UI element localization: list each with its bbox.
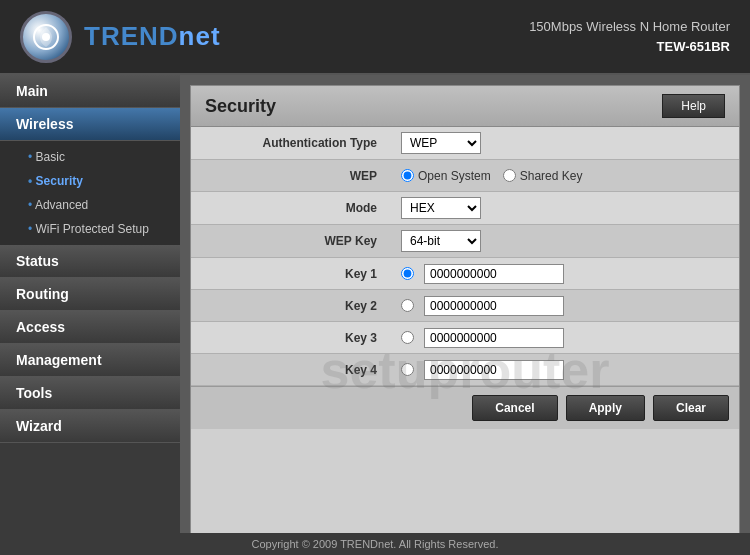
- key4-control: [391, 355, 739, 385]
- copyright: Copyright © 2009 TRENDnet. All Rights Re…: [0, 533, 750, 555]
- key1-row: Key 1: [191, 258, 739, 290]
- wep-key-select[interactable]: 64-bit 128-bit: [401, 230, 481, 252]
- svg-point-1: [42, 33, 50, 41]
- key1-label: Key 1: [191, 262, 391, 286]
- page-title: Security: [205, 96, 276, 117]
- help-button[interactable]: Help: [662, 94, 725, 118]
- key1-radio[interactable]: [401, 267, 414, 280]
- content-header: Security Help: [191, 86, 739, 127]
- auth-type-label: Authentication Type: [191, 131, 391, 155]
- sidebar-item-routing[interactable]: Routing: [0, 278, 180, 311]
- key4-row: Key 4: [191, 354, 739, 386]
- key1-control: [391, 259, 739, 289]
- sidebar-subitem-advanced[interactable]: Advanced: [0, 193, 180, 217]
- mode-label: Mode: [191, 196, 391, 220]
- key3-radio[interactable]: [401, 331, 414, 344]
- key2-label: Key 2: [191, 294, 391, 318]
- sidebar-item-access[interactable]: Access: [0, 311, 180, 344]
- wireless-submenu: Basic Security Advanced WiFi Protected S…: [0, 141, 180, 245]
- security-form: Authentication Type WEP WPA WPA2 Disable…: [191, 127, 739, 386]
- button-row: Cancel Apply Clear: [191, 386, 739, 429]
- key4-radio[interactable]: [401, 363, 414, 376]
- sidebar-item-wizard[interactable]: Wizard: [0, 410, 180, 443]
- content-inner: Security Help Authentication Type WEP WP…: [190, 85, 740, 545]
- wep-control: Open System Shared Key: [391, 164, 739, 188]
- logo-icon: [20, 11, 72, 63]
- key3-label: Key 3: [191, 326, 391, 350]
- wep-key-control: 64-bit 128-bit: [391, 225, 739, 257]
- key2-radio[interactable]: [401, 299, 414, 312]
- wep-key-label: WEP Key: [191, 229, 391, 253]
- key4-label: Key 4: [191, 358, 391, 382]
- wep-key-row: WEP Key 64-bit 128-bit: [191, 225, 739, 258]
- key2-control: [391, 291, 739, 321]
- key1-input[interactable]: [424, 264, 564, 284]
- sidebar-item-status[interactable]: Status: [0, 245, 180, 278]
- product-info: 150Mbps Wireless N Home Router TEW-651BR: [529, 17, 730, 56]
- shared-key-radio[interactable]: [503, 169, 516, 182]
- sidebar-item-wireless[interactable]: Wireless: [0, 108, 180, 141]
- key3-input[interactable]: [424, 328, 564, 348]
- clear-button[interactable]: Clear: [653, 395, 729, 421]
- key2-input[interactable]: [424, 296, 564, 316]
- sidebar-subitem-basic[interactable]: Basic: [0, 145, 180, 169]
- sidebar-item-tools[interactable]: Tools: [0, 377, 180, 410]
- header: TRENDnet 150Mbps Wireless N Home Router …: [0, 0, 750, 75]
- mode-control: HEX ASCII: [391, 192, 739, 224]
- key4-input[interactable]: [424, 360, 564, 380]
- open-system-label[interactable]: Open System: [401, 169, 491, 183]
- apply-button[interactable]: Apply: [566, 395, 645, 421]
- open-system-radio[interactable]: [401, 169, 414, 182]
- auth-type-select[interactable]: WEP WPA WPA2 Disabled: [401, 132, 481, 154]
- brand-name: TRENDnet: [84, 21, 221, 52]
- logo-area: TRENDnet: [20, 11, 221, 63]
- main-content: Security Help Authentication Type WEP WP…: [180, 75, 750, 555]
- wep-label: WEP: [191, 164, 391, 188]
- sidebar-subitem-security[interactable]: Security: [0, 169, 180, 193]
- layout: Main Wireless Basic Security Advanced Wi…: [0, 75, 750, 555]
- sidebar-item-main[interactable]: Main: [0, 75, 180, 108]
- auth-type-control: WEP WPA WPA2 Disabled: [391, 127, 739, 159]
- model-number: TEW-651BR: [529, 37, 730, 57]
- product-name: 150Mbps Wireless N Home Router: [529, 17, 730, 37]
- auth-type-row: Authentication Type WEP WPA WPA2 Disable…: [191, 127, 739, 160]
- key3-control: [391, 323, 739, 353]
- key3-row: Key 3: [191, 322, 739, 354]
- sidebar-subitem-wifi-setup[interactable]: WiFi Protected Setup: [0, 217, 180, 241]
- mode-row: Mode HEX ASCII: [191, 192, 739, 225]
- wep-row: WEP Open System Shared Key: [191, 160, 739, 192]
- sidebar-item-management[interactable]: Management: [0, 344, 180, 377]
- cancel-button[interactable]: Cancel: [472, 395, 557, 421]
- mode-select[interactable]: HEX ASCII: [401, 197, 481, 219]
- key2-row: Key 2: [191, 290, 739, 322]
- sidebar: Main Wireless Basic Security Advanced Wi…: [0, 75, 180, 555]
- shared-key-label[interactable]: Shared Key: [503, 169, 583, 183]
